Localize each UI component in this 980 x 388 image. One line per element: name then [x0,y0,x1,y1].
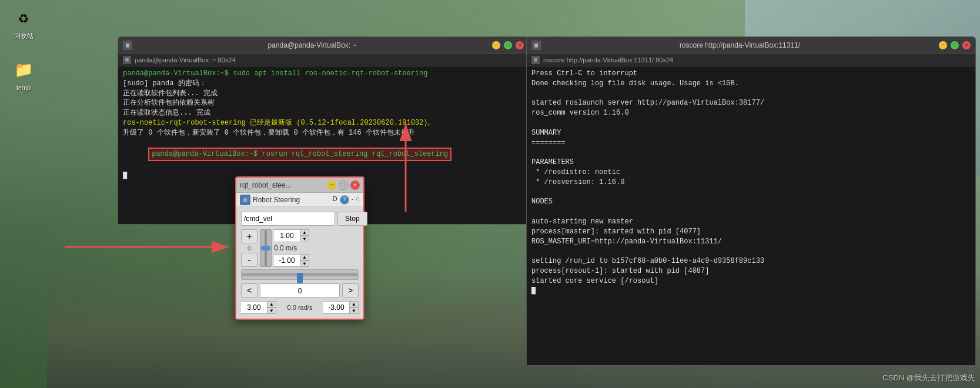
csdn-watermark: CSDN @我先去打把游戏先 [882,373,975,383]
rqt-angular-min-up[interactable]: ▲ [349,301,359,307]
rqt-angular-max-up[interactable]: ▲ [267,301,276,307]
rqt-linear-max-input[interactable] [274,229,300,242]
rqt-title: rqt_robot_stee... [240,181,327,189]
rqt-horizontal-slider-wrap [241,269,359,280]
terminal-2-subtitle: roscore http://panda-VirtualBox:11311/ 8… [543,56,673,63]
rqt-linear-thumb [261,246,270,250]
term-line-6: ros-noetic-rqt-robot-steering 已经是最新版 (0.… [123,118,524,128]
term-line-1: panda@panda-VirtualBox:~$ sudo apt insta… [123,69,524,79]
ros-line-20: setting /run_id to b157cf68-a0b0-11ee-a4… [531,256,971,266]
rqt-angular-min-input[interactable] [323,301,349,314]
rqt-minus-plugin[interactable]: - [352,195,354,205]
rqt-angular-max-input[interactable] [241,301,267,314]
terminal-1-subtitlebar: ▦ panda@panda-VirtualBox: ~ 80x24 [118,53,529,66]
ros-line-21: process[rosout-1]: started with pid [408… [531,266,971,276]
rqt-angular-min-spinbox: ▲ ▼ [323,301,359,314]
rqt-angle-row: < 0 > [241,283,359,297]
rqt-linear-max-up[interactable]: ▲ [300,229,309,236]
rqt-angular-speed: 0.0 rad/s [279,304,321,311]
rqt-linear-zero-label: 0 [247,245,251,252]
rqt-linear-section: + 0 - ▲ ▼ 0.0 m/s [241,229,359,267]
terminal-1-titlebar: ▦ panda@panda-VirtualBox: ~ ─ □ ✕ [118,37,529,53]
term-line-highlight: panda@panda-VirtualBox:~$ rosrun rqt_rob… [123,138,524,171]
term-line-4: 正在分析软件包的依赖关系树 [123,98,524,108]
ros-line-12: * /rosversion: 1.16.0 [531,178,971,188]
rqt-linear-slider[interactable] [260,229,272,267]
rqt-minimize[interactable]: ─ [327,180,336,190]
temp-folder-icon[interactable]: 📁 temp [12,58,35,91]
rqt-linear-minus[interactable]: - [241,253,257,267]
ros-line-8: ======== [531,138,971,148]
rqt-maximize[interactable]: □ [339,180,348,190]
desktop-icons-area: ♻ 回收站 📁 temp [0,0,47,388]
ros-line-15 [531,207,971,217]
rqt-linear-buttons: + 0 - [241,229,257,267]
rqt-robot-steering-window: rqt_robot_stee... ─ □ ✕ 🤖 Robot Steering… [235,176,364,320]
rqt-linear-min-spinbox: ▲ ▼ [274,254,309,267]
rqt-linear-min-arrows: ▲ ▼ [300,254,309,267]
ros-line-1: Press Ctrl-C to interrupt [531,69,971,79]
terminal-2-close[interactable]: ✕ [962,41,971,49]
rqt-angular-max-arrows: ▲ ▼ [267,301,276,314]
ros-line-3 [531,89,971,99]
rqt-angle-display: 0 [260,283,340,297]
ros-line-19 [531,246,971,256]
rqt-linear-max-arrows: ▲ ▼ [300,229,309,242]
ros-line-6 [531,118,971,128]
rqt-angle-right[interactable]: > [342,283,359,297]
ros-line-18: ROS_MASTER_URI=http://panda-VirtualBox:1… [531,237,971,247]
rqt-linear-min-down[interactable]: ▼ [300,260,309,267]
rqt-d-btn[interactable]: D [333,195,337,205]
ros-line-22: started core service [/rosout] [531,276,971,286]
rqt-angle-left[interactable]: < [241,283,257,297]
ros-line-5: ros_comm version 1.16.0 [531,108,971,118]
rqt-plugin-title: Robot Steering [253,196,330,204]
rqt-linear-min-up[interactable]: ▲ [300,254,309,260]
rqt-angular-min-arrows: ▲ ▼ [349,301,359,314]
rqt-bottom-row: ▲ ▼ 0.0 rad/s ▲ ▼ [241,301,359,314]
ros-line-4: started roslaunch server http://panda-Vi… [531,98,971,108]
rqt-angular-max-spinbox: ▲ ▼ [241,301,276,314]
terminal-2-maximize[interactable]: □ [951,41,959,49]
ros-line-13 [531,188,971,198]
rqt-close[interactable]: ✕ [350,180,360,190]
terminal-1-controls: ─ □ ✕ [492,41,524,49]
terminal-2-minimize[interactable]: ─ [939,41,947,49]
rqt-close-plugin[interactable]: ○ [356,195,360,205]
rqt-topic-input[interactable] [241,212,335,226]
ros-line-10: PARAMETERS [531,158,971,168]
terminal-1-subtitle-icon: ▦ [123,56,131,64]
term-line-2: [sudo] panda 的密码： [123,79,524,89]
recycle-bin-icon[interactable]: ♻ 回收站 [12,6,35,41]
rqt-topic-row: Stop [241,212,359,226]
ros-line-23: █ [531,286,971,296]
ros-line-14: NODES [531,197,971,207]
rqt-angular-max-down[interactable]: ▼ [267,307,276,314]
rqt-linear-max-down[interactable]: ▼ [300,236,309,242]
terminal-1-minimize[interactable]: ─ [492,41,500,49]
terminal-2-titlebar: ▦ roscore http://panda-VirtualBox:11311/… [527,37,975,53]
terminal-1-close[interactable]: ✕ [516,41,524,49]
rqt-stop-button[interactable]: Stop [337,212,367,226]
rqt-linear-min-input[interactable] [274,254,300,267]
ros-line-16: auto-starting new master [531,217,971,227]
rqt-hslider-track [242,273,358,276]
term-line-5: 正在读取状态信息... 完成 [123,108,524,118]
terminal-1-maximize[interactable]: □ [504,41,512,49]
rqt-angular-min-down[interactable]: ▼ [349,307,359,314]
ros-line-2: Done checking log file disk usage. Usage… [531,79,971,89]
rqt-help-btn[interactable]: ? [340,195,349,205]
ros-line-7: SUMMARY [531,128,971,138]
rqt-linear-plus[interactable]: + [241,229,257,243]
ros-line-17: process[master]: started with pid [4077] [531,227,971,237]
terminal-2-controls: ─ □ ✕ [939,41,971,49]
terminal-2-content: Press Ctrl-C to interrupt Done checking … [527,66,975,298]
rqt-linear-speed: 0.0 m/s [274,244,309,252]
ros-line-11: * /rosdistro: noetic [531,168,971,178]
terminal-1-content: panda@panda-VirtualBox:~$ sudo apt insta… [118,66,529,183]
rqt-linear-max-spinbox: ▲ ▼ [274,229,309,242]
rqt-linear-values: ▲ ▼ 0.0 m/s ▲ ▼ [274,229,309,267]
terminal-2-title: roscore http://panda-VirtualBox:11311/ [541,41,939,49]
rqt-angular-slider[interactable] [241,269,359,280]
term-line-3: 正在读取软件包列表... 完成 [123,89,524,99]
